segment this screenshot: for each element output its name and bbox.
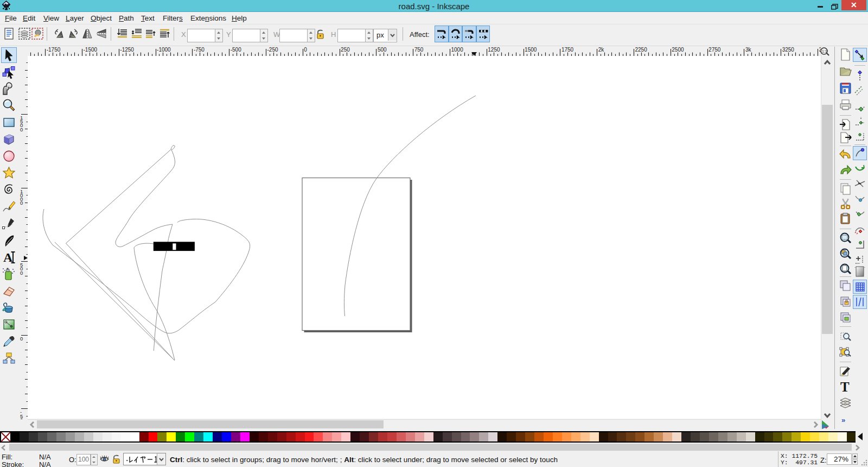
svg-text:2750: 2750 <box>709 47 721 53</box>
svg-text:-1250: -1250 <box>120 47 134 53</box>
svg-text:T: T <box>840 380 850 394</box>
svg-text:1250: 1250 <box>488 47 500 53</box>
svg-text:1750: 1750 <box>561 47 574 53</box>
svg-text:3250: 3250 <box>782 47 795 53</box>
svg-text:0: 0 <box>20 336 23 342</box>
svg-text:0: 0 <box>20 200 23 206</box>
svg-text:0: 0 <box>20 127 23 132</box>
svg-text:750: 750 <box>414 47 424 53</box>
svg-text:2500: 2500 <box>672 47 684 53</box>
svg-text:0: 0 <box>304 47 307 53</box>
svg-text:-750: -750 <box>194 47 205 53</box>
svg-text:2k: 2k <box>598 47 605 53</box>
svg-text:-1750: -1750 <box>47 47 61 53</box>
svg-text:-500: -500 <box>231 47 241 53</box>
svg-text:-250: -250 <box>267 47 278 53</box>
svg-text:3k: 3k <box>745 47 752 53</box>
svg-text:2250: 2250 <box>635 47 648 53</box>
svg-text:1:1: 1:1 <box>822 49 827 53</box>
svg-text:250: 250 <box>341 47 350 53</box>
svg-text:0: 0 <box>20 417 23 419</box>
svg-text:-1000: -1000 <box>157 47 171 53</box>
svg-text:1000: 1000 <box>451 47 464 53</box>
svg-text:500: 500 <box>378 47 387 53</box>
svg-text:1500: 1500 <box>525 47 537 53</box>
svg-text:0: 0 <box>20 270 23 276</box>
svg-text:-1500: -1500 <box>84 47 98 53</box>
